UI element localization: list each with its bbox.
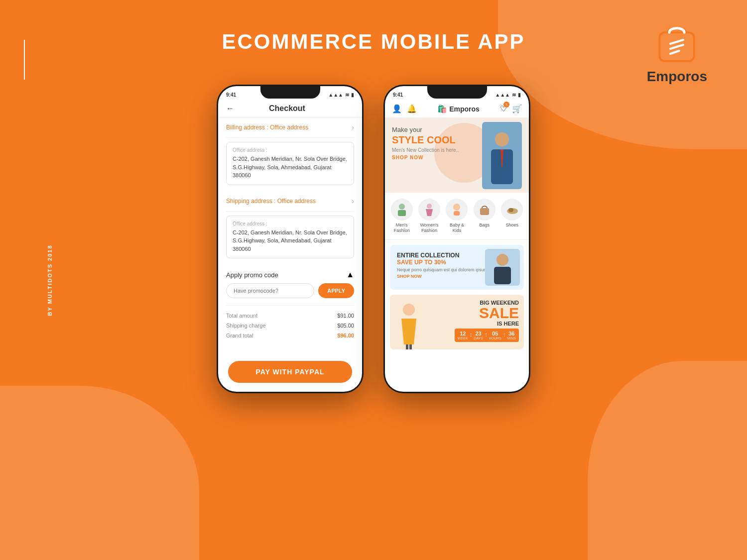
notification-icon[interactable]: 🔔 bbox=[407, 104, 417, 113]
sale-banner: BIG WEEKEND SALE IS HERE 12 WEEK : 23 DA… bbox=[390, 295, 524, 349]
collection-model-image bbox=[485, 249, 520, 286]
cart-icon[interactable]: 🛒 bbox=[512, 104, 522, 113]
total-amount-label: Total amount bbox=[226, 313, 257, 319]
phone-home-screen: 9:41 ▲▲▲ ≋ ▮ 👤 🔔 🛍️ Emporos bbox=[385, 86, 529, 392]
phone-home: 9:41 ▲▲▲ ≋ ▮ 👤 🔔 🛍️ Emporos bbox=[383, 85, 530, 393]
checkout-header: ← Checkout bbox=[218, 100, 362, 117]
category-bags[interactable]: Bags bbox=[474, 199, 496, 233]
battery-icon: ▮ bbox=[351, 92, 354, 98]
page-title: ECOMMERCE MOBILE APP bbox=[222, 30, 525, 54]
mens-fashion-label: Men'sFashion bbox=[394, 223, 410, 233]
category-baby-kids[interactable]: Baby &Kids bbox=[446, 199, 468, 233]
promo-chevron-up: ▲ bbox=[346, 270, 354, 279]
svg-rect-17 bbox=[480, 208, 489, 215]
billing-label: Billing address : Office address bbox=[226, 124, 308, 131]
home-header-center: 🛍️ Emporos bbox=[437, 104, 480, 113]
bg-shape-bottom-right bbox=[588, 361, 747, 560]
time-2: 9:41 bbox=[393, 92, 403, 98]
shipping-address-box: Office address : C-202, Ganesh Meridian,… bbox=[226, 216, 354, 259]
checkout-content: Billing address : Office address › Offic… bbox=[218, 117, 362, 340]
svg-point-23 bbox=[403, 304, 415, 316]
promo-input-row: APPLY bbox=[226, 283, 354, 298]
wishlist-badge: 3 bbox=[503, 102, 509, 108]
categories-section: Men'sFashion Women'sFashion Baby &Kids bbox=[385, 193, 529, 240]
countdown-days: 23 DAYS bbox=[474, 331, 483, 340]
phone-checkout: 9:41 ▲▲▲ ≋ ▮ ← Checkout Billing address … bbox=[217, 85, 364, 393]
total-amount-value: $91.00 bbox=[337, 313, 354, 319]
womens-fashion-label: Women'sFashion bbox=[420, 223, 439, 233]
time-1: 9:41 bbox=[226, 92, 236, 98]
svg-marker-14 bbox=[426, 209, 433, 216]
promo-row: Apply promo code ▲ bbox=[226, 264, 354, 283]
shipping-chevron: › bbox=[352, 197, 354, 205]
user-icon[interactable]: 👤 bbox=[392, 104, 402, 113]
sale-here-text: IS HERE bbox=[455, 321, 519, 327]
battery-icon-2: ▮ bbox=[518, 92, 521, 98]
pay-paypal-button[interactable]: PAY WITH PAYPAL bbox=[228, 361, 352, 383]
wifi-icon-2: ≋ bbox=[512, 92, 516, 98]
shipping-charge-value: $05.00 bbox=[337, 323, 354, 329]
wishlist-badge-wrap: ♡ 3 bbox=[500, 104, 507, 113]
notch-1 bbox=[260, 86, 320, 99]
shipping-address-text: C-202, Ganesh Meridian, Nr. Sola Over Br… bbox=[233, 228, 348, 253]
home-header-left: 👤 🔔 bbox=[392, 104, 417, 113]
shipping-label: Shipping address : Office address bbox=[226, 198, 316, 205]
category-shoes[interactable]: Shoes bbox=[501, 199, 523, 233]
svg-point-13 bbox=[427, 204, 432, 209]
logo-name: Emporos bbox=[647, 69, 707, 85]
svg-rect-26 bbox=[409, 344, 412, 349]
billing-address-box: Office address : C-202, Ganesh Meridian,… bbox=[226, 142, 354, 185]
womens-fashion-icon bbox=[418, 199, 440, 221]
category-mens-fashion[interactable]: Men'sFashion bbox=[391, 199, 413, 233]
grand-total-row: Grand total $96.00 bbox=[226, 331, 354, 340]
svg-marker-24 bbox=[401, 319, 416, 344]
app-logo-small-icon: 🛍️ bbox=[437, 104, 447, 113]
shoes-label: Shoes bbox=[505, 223, 518, 228]
svg-rect-16 bbox=[454, 211, 460, 216]
mens-fashion-icon bbox=[391, 199, 413, 221]
svg-rect-19 bbox=[508, 208, 513, 212]
home-header-right: ♡ 3 🛒 bbox=[500, 104, 522, 113]
logo-area: Emporos bbox=[647, 20, 707, 85]
baby-kids-label: Baby &Kids bbox=[450, 223, 464, 233]
baby-kids-icon bbox=[446, 199, 468, 221]
hero-banner: Make your STYLE COOL Men's New Collectio… bbox=[385, 118, 529, 193]
svg-rect-25 bbox=[406, 344, 408, 349]
svg-rect-12 bbox=[398, 210, 406, 216]
billing-chevron: › bbox=[352, 123, 354, 131]
back-button[interactable]: ← bbox=[226, 104, 234, 113]
billing-box-label: Office address : bbox=[233, 147, 348, 153]
totals-section: Total amount $91.00 Shipping charge $05.… bbox=[226, 305, 354, 340]
notch-2 bbox=[427, 86, 487, 99]
svg-point-11 bbox=[399, 204, 405, 210]
shoes-icon bbox=[501, 199, 523, 221]
phones-container: 9:41 ▲▲▲ ≋ ▮ ← Checkout Billing address … bbox=[217, 85, 530, 393]
total-amount-row: Total amount $91.00 bbox=[226, 311, 354, 321]
category-womens-fashion[interactable]: Women'sFashion bbox=[418, 199, 440, 233]
svg-point-21 bbox=[497, 254, 508, 266]
promo-label: Apply promo code bbox=[226, 271, 278, 279]
bg-shape-top-right bbox=[498, 0, 747, 149]
sale-model-image bbox=[394, 300, 424, 349]
logo-bag-icon bbox=[654, 20, 699, 65]
shipping-address-row[interactable]: Shipping address : Office address › bbox=[226, 191, 354, 212]
status-icons-1: ▲▲▲ ≋ ▮ bbox=[328, 92, 354, 98]
grand-total-label: Grand total bbox=[226, 333, 253, 338]
bags-icon bbox=[474, 199, 496, 221]
app-name-header: Emporos bbox=[449, 105, 480, 113]
shipping-charge-label: Shipping charge bbox=[226, 323, 266, 329]
collection-banner: ENTIRE COLLECTION SAVE UP TO 30% Neque p… bbox=[390, 245, 524, 290]
checkout-title: Checkout bbox=[269, 104, 305, 113]
side-text: BY MULTIDOTS 2018 bbox=[47, 244, 53, 316]
svg-point-15 bbox=[453, 204, 460, 211]
countdown-mins: 36 MINS bbox=[507, 331, 516, 340]
bags-label: Bags bbox=[480, 223, 490, 228]
side-line bbox=[24, 40, 25, 80]
phone-checkout-screen: 9:41 ▲▲▲ ≋ ▮ ← Checkout Billing address … bbox=[218, 86, 362, 392]
hero-model-image bbox=[482, 122, 522, 189]
signal-icon-2: ▲▲▲ bbox=[495, 92, 510, 98]
apply-promo-button[interactable]: APPLY bbox=[318, 283, 354, 298]
billing-address-text: C-202, Ganesh Meridian, Nr. Sola Over Br… bbox=[233, 155, 348, 180]
billing-address-row[interactable]: Billing address : Office address › bbox=[226, 117, 354, 138]
promo-input[interactable] bbox=[226, 283, 314, 298]
